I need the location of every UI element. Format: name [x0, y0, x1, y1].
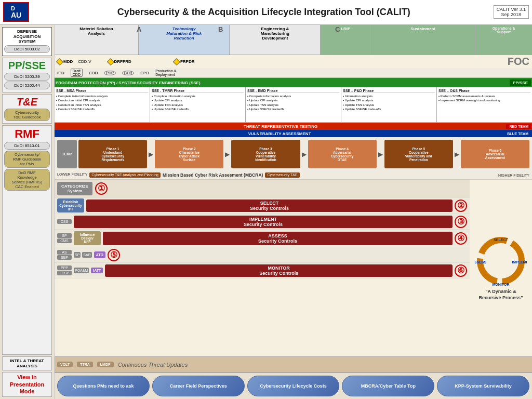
phase5-box: Phase 5CooperativeVulnerability andPenet…: [384, 140, 453, 168]
sse-pd-title: SSE – P&D Phase: [343, 89, 435, 93]
rmf-monitor-row: PPP LCSP POA&M IATT MONITORSecurity Cont…: [55, 263, 470, 278]
blue-team-label: BLUE TEAM: [504, 131, 531, 136]
tab-questions[interactable]: Questions PMs need to ask: [57, 376, 150, 396]
te-link[interactable]: CybersecurityT&E Guidebook: [4, 109, 50, 121]
higher-fidelity: HIGHER FIDELITY: [498, 174, 529, 177]
rmf-num-5: ⑤: [108, 249, 120, 261]
lower-fidelity: LOWER FIDELITY: [57, 172, 87, 178]
cms-label: CMS: [57, 238, 72, 243]
phase4-box: Phase 4AdversarialCybersecurityDT&E: [308, 140, 377, 168]
phase6-box: Phase 6AdversarialAssessment: [461, 140, 529, 168]
tab-lifecycle-costs[interactable]: Cybersecurity Lifecycle Costs: [247, 376, 340, 396]
page-title: Cybersecurity & the Acquisition Lifecycl…: [34, 7, 494, 18]
te-analysis-bar: Cybersecurity T&E Analysis and Planning: [89, 172, 161, 178]
rmf-link1[interactable]: Cybersecurity/RMF Guidebookfor PMs: [4, 151, 50, 168]
rmf-dodi[interactable]: DoDI 8510.01: [4, 142, 50, 150]
te-label: Cybersecurity T&E: [265, 172, 299, 178]
dynamic-label: "A Dynamic &Recursive Process": [479, 289, 523, 301]
tab-mbcra[interactable]: MBCRA/Cyber Table Top: [342, 376, 434, 396]
select-bar: SELECTSecurity Controls: [86, 200, 453, 212]
sse-msa: SSE - MSA Phase • Complete initial infor…: [55, 87, 150, 122]
sep-label: SEP: [57, 255, 72, 260]
as-sep-labels: AS SEP: [57, 250, 72, 260]
sse-pd: SSE – P&D Phase • Information analysis• …: [341, 87, 437, 122]
rmf-num-1: ①: [95, 182, 108, 195]
date-label: Sep 2018: [497, 12, 526, 17]
rmf-title: RMF: [4, 127, 50, 141]
rmf-section: CATEGORIZESystem ① EstablishCybersecurit…: [55, 180, 532, 356]
intel-row: VOLT TTRA LMDP Continuous Threat Updates: [55, 356, 532, 372]
rmf-link2[interactable]: DoD RMFKnowledgeService (RMFKS)CAC Enabl…: [4, 169, 50, 191]
categorize-box: CATEGORIZESystem: [57, 182, 92, 195]
arrow1: ▶: [149, 151, 153, 158]
temp-box: TEMP: [57, 140, 77, 168]
poam-label: POA&M: [74, 268, 89, 273]
assess-bar: ASSESSSecurity Controls: [103, 232, 453, 245]
doc-cdd: CDD: [89, 71, 98, 75]
rmf-intel-section: CATEGORIZESystem ① EstablishCybersecurit…: [55, 180, 532, 372]
ppsse-end-label: PP/SSE: [510, 79, 531, 86]
volt-item: VOLT: [57, 362, 73, 367]
sse-os: SSE – O&S Phase • Perform SCRM assessmen…: [437, 87, 532, 122]
ppsse-dodi2[interactable]: DoDI 5200.44: [4, 82, 50, 89]
sse-tmrr: SSE - TMRR Phase • Complete information …: [150, 87, 246, 122]
sse-os-items: • Perform SCRM assessments & reviews• Im…: [438, 94, 530, 103]
rmf-ato-row: AS SEP SP SAR ATO ⑤: [55, 247, 470, 263]
letter-b: B: [218, 25, 223, 33]
mdd-diamond: [56, 58, 63, 65]
intel-title: INTEL & THREATANALYSIS: [4, 358, 50, 368]
te-title: T&E: [4, 96, 50, 108]
monitor-bar: MONITORSecurity Controls: [105, 264, 453, 277]
sse-msa-title: SSE - MSA Phase: [56, 89, 148, 93]
ppsse-dodi1[interactable]: DoDI 5200.39: [4, 73, 50, 81]
phase1-box: Phase 1UnderstandCybersecurityRequiremen…: [78, 140, 147, 168]
sidebar-view[interactable]: View inPresentationMode: [2, 372, 52, 397]
sidebar-defense: DEFENSEACQUISITIONSYSTEM DoDI 5000.02: [2, 27, 52, 56]
sse-emd-title: SSE - EMD Phase: [247, 89, 339, 93]
sar-label: SAR: [82, 252, 91, 258]
rmf-num-6: ⑥: [455, 264, 467, 277]
lmdp-item: LMDP: [97, 362, 114, 367]
foc-label: FOC: [508, 56, 529, 68]
arrow4: ▶: [378, 151, 383, 158]
continuous-label: Continuous Threat Updates: [118, 362, 188, 368]
sp2-label: SP: [74, 252, 81, 258]
sp-label: SP: [57, 233, 72, 238]
ppp-label: PPP: [57, 265, 72, 270]
phase-lrip: LRIP: [321, 25, 371, 55]
frpdr-label: FRPDR: [180, 59, 195, 64]
rmf-num-3: ③: [455, 216, 467, 228]
acquisition-row: A B C Materiel SolutionAnalysis Technolo…: [55, 25, 532, 78]
cdd-v-label: CDD-V: [78, 59, 91, 64]
sse-emd-items: • Complete information analysis• Update …: [247, 94, 339, 112]
svg-text:SELECT: SELECT: [494, 238, 508, 242]
implement-bar: IMPLEMENTSecurity Controls: [74, 216, 453, 228]
sidebar-intel: INTEL & THREATANALYSIS: [2, 356, 52, 370]
sse-tmrr-items: • Complete information analysis• Update …: [152, 94, 244, 112]
sse-msa-items: • Complete initial information analysis•…: [56, 94, 148, 112]
rmf-num-2: ②: [455, 200, 467, 212]
arrow3: ▶: [302, 151, 307, 158]
sp-sar: SP SAR: [74, 252, 92, 258]
defense-dodi[interactable]: DoDI 5000.02: [4, 45, 50, 53]
frpdr-diamond: [173, 58, 180, 65]
tab-career[interactable]: Career Field Perspectives: [152, 376, 245, 396]
phase-emd: Engineering &ManufacturingDevelopment: [230, 25, 321, 55]
ato-box: ATO: [94, 251, 105, 258]
phase2-box: Phase 2CharacterizeCyber AttackSurface: [155, 140, 223, 168]
mbcra-label: Mission Based Cyber Risk Assesment (MBCR…: [163, 172, 263, 178]
sse-os-title: SSE – O&S Phase: [438, 89, 530, 93]
svg-text:ASSESS: ASSESS: [475, 260, 487, 264]
sse-phases: SSE - MSA Phase • Complete initial infor…: [55, 87, 532, 123]
letter-a: A: [137, 25, 141, 33]
influence-box: InfluenceDesign/RFP: [74, 231, 101, 245]
bottom-tabs: Questions PMs need to ask Career Field P…: [55, 372, 532, 399]
css-label: CSS: [57, 219, 72, 224]
sidebar-rmf: RMF DoDI 8510.01 Cybersecurity/RMF Guide…: [2, 125, 52, 355]
as-label: AS: [57, 250, 72, 255]
sse-pd-items: • Information analysis• Update CPI analy…: [343, 94, 435, 112]
tab-kpp[interactable]: KPP-System Survivability: [437, 376, 529, 396]
rmf-right: SELECT IMPLEMENT MONITOR ASSESS "A Dynam…: [470, 180, 532, 356]
vuln-bar-text: VULNERABILITY ASSESSMENT: [55, 131, 504, 136]
arrow2: ▶: [225, 151, 230, 158]
